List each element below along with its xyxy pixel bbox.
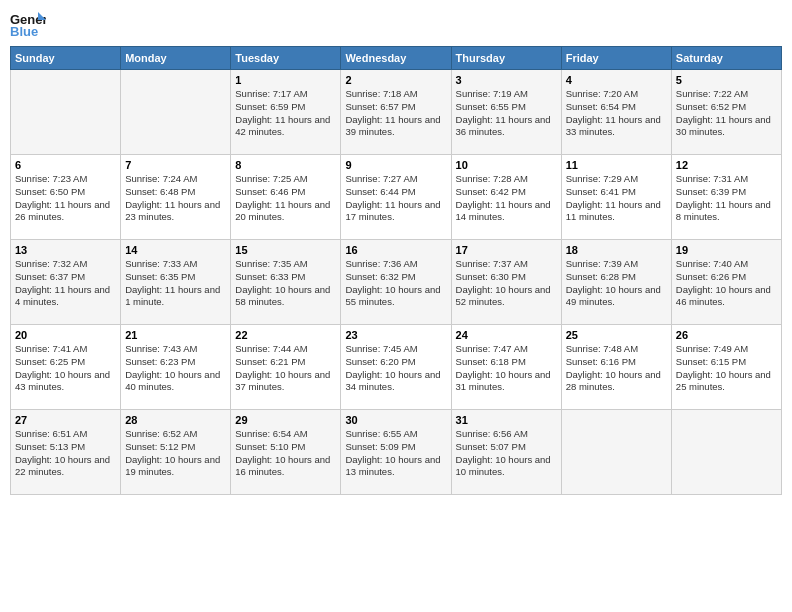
- calendar-cell: 11Sunrise: 7:29 AM Sunset: 6:41 PM Dayli…: [561, 155, 671, 240]
- day-info: Sunrise: 7:17 AM Sunset: 6:59 PM Dayligh…: [235, 88, 336, 139]
- day-info: Sunrise: 7:39 AM Sunset: 6:28 PM Dayligh…: [566, 258, 667, 309]
- weekday-monday: Monday: [121, 47, 231, 70]
- day-number: 4: [566, 74, 667, 86]
- day-info: Sunrise: 7:23 AM Sunset: 6:50 PM Dayligh…: [15, 173, 116, 224]
- calendar-cell: 8Sunrise: 7:25 AM Sunset: 6:46 PM Daylig…: [231, 155, 341, 240]
- day-info: Sunrise: 7:28 AM Sunset: 6:42 PM Dayligh…: [456, 173, 557, 224]
- day-number: 11: [566, 159, 667, 171]
- day-number: 14: [125, 244, 226, 256]
- calendar-cell: [11, 70, 121, 155]
- calendar-cell: 7Sunrise: 7:24 AM Sunset: 6:48 PM Daylig…: [121, 155, 231, 240]
- calendar-week-4: 20Sunrise: 7:41 AM Sunset: 6:25 PM Dayli…: [11, 325, 782, 410]
- day-info: Sunrise: 6:52 AM Sunset: 5:12 PM Dayligh…: [125, 428, 226, 479]
- calendar-cell: 24Sunrise: 7:47 AM Sunset: 6:18 PM Dayli…: [451, 325, 561, 410]
- weekday-sunday: Sunday: [11, 47, 121, 70]
- calendar-cell: 30Sunrise: 6:55 AM Sunset: 5:09 PM Dayli…: [341, 410, 451, 495]
- calendar-cell: 12Sunrise: 7:31 AM Sunset: 6:39 PM Dayli…: [671, 155, 781, 240]
- day-info: Sunrise: 7:44 AM Sunset: 6:21 PM Dayligh…: [235, 343, 336, 394]
- day-number: 6: [15, 159, 116, 171]
- day-number: 17: [456, 244, 557, 256]
- calendar-cell: 17Sunrise: 7:37 AM Sunset: 6:30 PM Dayli…: [451, 240, 561, 325]
- day-info: Sunrise: 7:25 AM Sunset: 6:46 PM Dayligh…: [235, 173, 336, 224]
- day-info: Sunrise: 7:40 AM Sunset: 6:26 PM Dayligh…: [676, 258, 777, 309]
- calendar-cell: 6Sunrise: 7:23 AM Sunset: 6:50 PM Daylig…: [11, 155, 121, 240]
- day-info: Sunrise: 7:35 AM Sunset: 6:33 PM Dayligh…: [235, 258, 336, 309]
- calendar-cell: 10Sunrise: 7:28 AM Sunset: 6:42 PM Dayli…: [451, 155, 561, 240]
- day-number: 20: [15, 329, 116, 341]
- day-number: 25: [566, 329, 667, 341]
- calendar-cell: 31Sunrise: 6:56 AM Sunset: 5:07 PM Dayli…: [451, 410, 561, 495]
- calendar-cell: 15Sunrise: 7:35 AM Sunset: 6:33 PM Dayli…: [231, 240, 341, 325]
- day-number: 27: [15, 414, 116, 426]
- day-info: Sunrise: 7:43 AM Sunset: 6:23 PM Dayligh…: [125, 343, 226, 394]
- calendar-cell: [671, 410, 781, 495]
- calendar-week-2: 6Sunrise: 7:23 AM Sunset: 6:50 PM Daylig…: [11, 155, 782, 240]
- day-number: 9: [345, 159, 446, 171]
- day-info: Sunrise: 7:31 AM Sunset: 6:39 PM Dayligh…: [676, 173, 777, 224]
- weekday-friday: Friday: [561, 47, 671, 70]
- weekday-tuesday: Tuesday: [231, 47, 341, 70]
- day-number: 10: [456, 159, 557, 171]
- calendar-cell: 26Sunrise: 7:49 AM Sunset: 6:15 PM Dayli…: [671, 325, 781, 410]
- weekday-header-row: SundayMondayTuesdayWednesdayThursdayFrid…: [11, 47, 782, 70]
- logo-icon: General Blue: [10, 10, 46, 38]
- day-info: Sunrise: 7:41 AM Sunset: 6:25 PM Dayligh…: [15, 343, 116, 394]
- day-number: 12: [676, 159, 777, 171]
- day-info: Sunrise: 7:29 AM Sunset: 6:41 PM Dayligh…: [566, 173, 667, 224]
- day-number: 3: [456, 74, 557, 86]
- day-info: Sunrise: 7:33 AM Sunset: 6:35 PM Dayligh…: [125, 258, 226, 309]
- page-header: General Blue: [10, 10, 782, 38]
- calendar-week-1: 1Sunrise: 7:17 AM Sunset: 6:59 PM Daylig…: [11, 70, 782, 155]
- weekday-thursday: Thursday: [451, 47, 561, 70]
- day-info: Sunrise: 7:45 AM Sunset: 6:20 PM Dayligh…: [345, 343, 446, 394]
- calendar-cell: 3Sunrise: 7:19 AM Sunset: 6:55 PM Daylig…: [451, 70, 561, 155]
- calendar-cell: 23Sunrise: 7:45 AM Sunset: 6:20 PM Dayli…: [341, 325, 451, 410]
- day-number: 13: [15, 244, 116, 256]
- svg-text:Blue: Blue: [10, 24, 38, 38]
- calendar-cell: 19Sunrise: 7:40 AM Sunset: 6:26 PM Dayli…: [671, 240, 781, 325]
- day-number: 2: [345, 74, 446, 86]
- day-info: Sunrise: 7:20 AM Sunset: 6:54 PM Dayligh…: [566, 88, 667, 139]
- day-number: 7: [125, 159, 226, 171]
- calendar-cell: 18Sunrise: 7:39 AM Sunset: 6:28 PM Dayli…: [561, 240, 671, 325]
- day-number: 19: [676, 244, 777, 256]
- day-number: 1: [235, 74, 336, 86]
- day-info: Sunrise: 7:27 AM Sunset: 6:44 PM Dayligh…: [345, 173, 446, 224]
- day-info: Sunrise: 6:51 AM Sunset: 5:13 PM Dayligh…: [15, 428, 116, 479]
- day-info: Sunrise: 6:56 AM Sunset: 5:07 PM Dayligh…: [456, 428, 557, 479]
- day-info: Sunrise: 7:36 AM Sunset: 6:32 PM Dayligh…: [345, 258, 446, 309]
- calendar-table: SundayMondayTuesdayWednesdayThursdayFrid…: [10, 46, 782, 495]
- day-info: Sunrise: 7:32 AM Sunset: 6:37 PM Dayligh…: [15, 258, 116, 309]
- logo: General Blue: [10, 10, 50, 38]
- day-info: Sunrise: 7:47 AM Sunset: 6:18 PM Dayligh…: [456, 343, 557, 394]
- day-number: 31: [456, 414, 557, 426]
- calendar-cell: 9Sunrise: 7:27 AM Sunset: 6:44 PM Daylig…: [341, 155, 451, 240]
- calendar-cell: 5Sunrise: 7:22 AM Sunset: 6:52 PM Daylig…: [671, 70, 781, 155]
- day-info: Sunrise: 7:49 AM Sunset: 6:15 PM Dayligh…: [676, 343, 777, 394]
- calendar-cell: 14Sunrise: 7:33 AM Sunset: 6:35 PM Dayli…: [121, 240, 231, 325]
- calendar-cell: [561, 410, 671, 495]
- day-number: 16: [345, 244, 446, 256]
- calendar-cell: 13Sunrise: 7:32 AM Sunset: 6:37 PM Dayli…: [11, 240, 121, 325]
- day-info: Sunrise: 7:19 AM Sunset: 6:55 PM Dayligh…: [456, 88, 557, 139]
- day-number: 29: [235, 414, 336, 426]
- calendar-cell: 29Sunrise: 6:54 AM Sunset: 5:10 PM Dayli…: [231, 410, 341, 495]
- day-number: 5: [676, 74, 777, 86]
- calendar-cell: 21Sunrise: 7:43 AM Sunset: 6:23 PM Dayli…: [121, 325, 231, 410]
- day-number: 15: [235, 244, 336, 256]
- weekday-saturday: Saturday: [671, 47, 781, 70]
- calendar-cell: 27Sunrise: 6:51 AM Sunset: 5:13 PM Dayli…: [11, 410, 121, 495]
- calendar-cell: 28Sunrise: 6:52 AM Sunset: 5:12 PM Dayli…: [121, 410, 231, 495]
- day-info: Sunrise: 6:54 AM Sunset: 5:10 PM Dayligh…: [235, 428, 336, 479]
- day-number: 23: [345, 329, 446, 341]
- calendar-cell: 2Sunrise: 7:18 AM Sunset: 6:57 PM Daylig…: [341, 70, 451, 155]
- day-info: Sunrise: 7:24 AM Sunset: 6:48 PM Dayligh…: [125, 173, 226, 224]
- day-number: 28: [125, 414, 226, 426]
- day-number: 24: [456, 329, 557, 341]
- day-number: 30: [345, 414, 446, 426]
- calendar-cell: 1Sunrise: 7:17 AM Sunset: 6:59 PM Daylig…: [231, 70, 341, 155]
- weekday-wednesday: Wednesday: [341, 47, 451, 70]
- calendar-body: 1Sunrise: 7:17 AM Sunset: 6:59 PM Daylig…: [11, 70, 782, 495]
- calendar-cell: 22Sunrise: 7:44 AM Sunset: 6:21 PM Dayli…: [231, 325, 341, 410]
- day-info: Sunrise: 7:48 AM Sunset: 6:16 PM Dayligh…: [566, 343, 667, 394]
